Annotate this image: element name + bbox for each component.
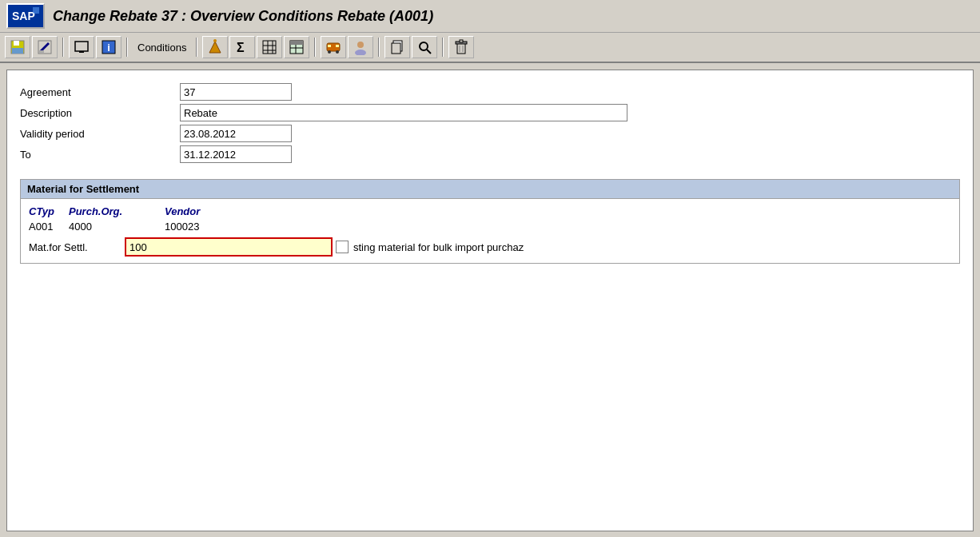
bus-button[interactable] — [321, 36, 346, 58]
sap-logo: SAP — [6, 3, 45, 29]
separator-6 — [442, 38, 444, 57]
to-label: To — [20, 149, 180, 161]
find-button[interactable] — [412, 36, 437, 58]
settlement-header: Material for Settlement — [21, 180, 959, 199]
agreement-label: Agreement — [20, 86, 180, 98]
svg-point-34 — [420, 42, 428, 50]
settlement-col-headers: CTyp Purch.Org. Vendor — [29, 205, 951, 217]
svg-point-28 — [328, 50, 331, 54]
svg-text:i: i — [107, 42, 110, 54]
edit-button[interactable] — [32, 36, 58, 58]
settlement-data-row: A001 4000 100023 — [29, 221, 951, 233]
table-button[interactable] — [284, 36, 309, 58]
display-button[interactable] — [69, 36, 94, 58]
svg-rect-36 — [457, 43, 465, 54]
toolbar: i Conditions Σ — [0, 33, 980, 63]
purch-value: 4000 — [69, 221, 165, 233]
mat-settl-input[interactable] — [125, 237, 333, 257]
mat-settl-desc: sting material for bulk import purchaz — [353, 241, 524, 253]
svg-point-30 — [357, 42, 364, 48]
description-label: Description — [20, 107, 180, 119]
svg-point-14 — [213, 39, 217, 42]
svg-rect-10 — [79, 51, 84, 53]
to-row: To — [20, 145, 960, 163]
save-button[interactable] — [5, 36, 30, 58]
validity-input[interactable] — [180, 125, 292, 142]
mat-settl-checkbox[interactable] — [336, 241, 349, 253]
col-ctyp-header: CTyp — [29, 205, 69, 217]
svg-rect-38 — [460, 40, 463, 42]
settlement-body: CTyp Purch.Org. Vendor A001 4000 100023 … — [21, 199, 959, 263]
svg-marker-13 — [209, 42, 221, 53]
svg-text:SAP: SAP — [12, 10, 35, 22]
conditions-label: Conditions — [133, 42, 191, 54]
mountain-button[interactable] — [202, 36, 228, 58]
svg-rect-16 — [263, 41, 276, 54]
delete-button[interactable] — [448, 36, 474, 58]
separator-2 — [126, 38, 128, 57]
col-vendor-header: Vendor — [165, 205, 325, 217]
description-row: Description — [20, 104, 960, 121]
svg-point-29 — [336, 50, 339, 54]
mat-settl-label: Mat.for Settl. — [29, 241, 125, 253]
title-bar: SAP Change Rebate 37 : Overview Conditio… — [0, 0, 980, 33]
svg-rect-5 — [12, 48, 23, 54]
svg-rect-4 — [14, 41, 19, 46]
separator-5 — [378, 38, 380, 57]
svg-rect-33 — [392, 43, 400, 54]
validity-label: Validity period — [20, 128, 180, 140]
agreement-row: Agreement — [20, 83, 960, 101]
sum-button[interactable]: Σ — [229, 36, 255, 58]
ctyp-value: A001 — [29, 221, 69, 233]
validity-row: Validity period — [20, 125, 960, 142]
agreement-input[interactable] — [180, 83, 292, 101]
to-input[interactable] — [180, 145, 292, 163]
main-content: Agreement Description Validity period To… — [6, 70, 974, 531]
separator-1 — [62, 38, 64, 57]
svg-rect-27 — [336, 45, 339, 47]
settlement-section: Material for Settlement CTyp Purch.Org. … — [20, 179, 960, 264]
mat-settl-row: Mat.for Settl. sting material for bulk i… — [29, 237, 951, 257]
separator-4 — [314, 38, 316, 57]
svg-rect-9 — [75, 42, 88, 51]
page-title: Change Rebate 37 : Overview Conditions R… — [53, 8, 433, 25]
vendor-value: 100023 — [165, 221, 325, 233]
info-button[interactable]: i — [96, 36, 122, 58]
user-button[interactable] — [348, 36, 373, 58]
svg-point-31 — [355, 50, 366, 55]
svg-rect-2 — [33, 7, 39, 14]
svg-rect-8 — [39, 50, 44, 53]
separator-3 — [196, 38, 197, 57]
svg-rect-22 — [290, 41, 303, 45]
svg-line-35 — [427, 50, 431, 54]
description-input[interactable] — [180, 104, 627, 121]
svg-text:Σ: Σ — [237, 41, 245, 54]
grid-button[interactable] — [257, 36, 282, 58]
copy-button[interactable] — [384, 36, 410, 58]
col-purch-header: Purch.Org. — [69, 205, 165, 217]
svg-rect-26 — [328, 45, 331, 47]
form-section: Agreement Description Validity period To — [20, 83, 960, 163]
